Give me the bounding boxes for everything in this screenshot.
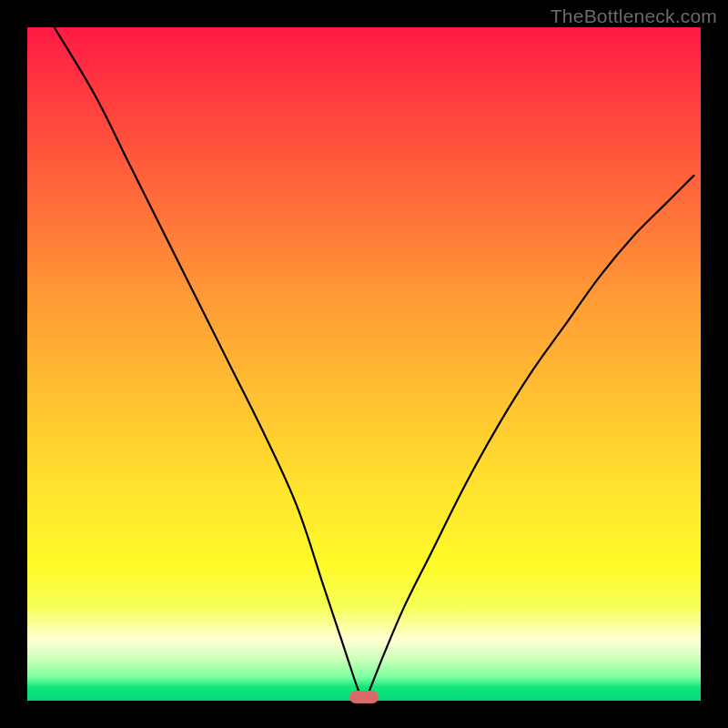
chart-frame: TheBottleneck.com [0,0,728,728]
bottleneck-curve [55,27,694,701]
plot-area [27,27,701,701]
watermark-text: TheBottleneck.com [551,5,717,27]
optimal-point-marker [349,691,379,703]
curve-svg [27,27,701,701]
